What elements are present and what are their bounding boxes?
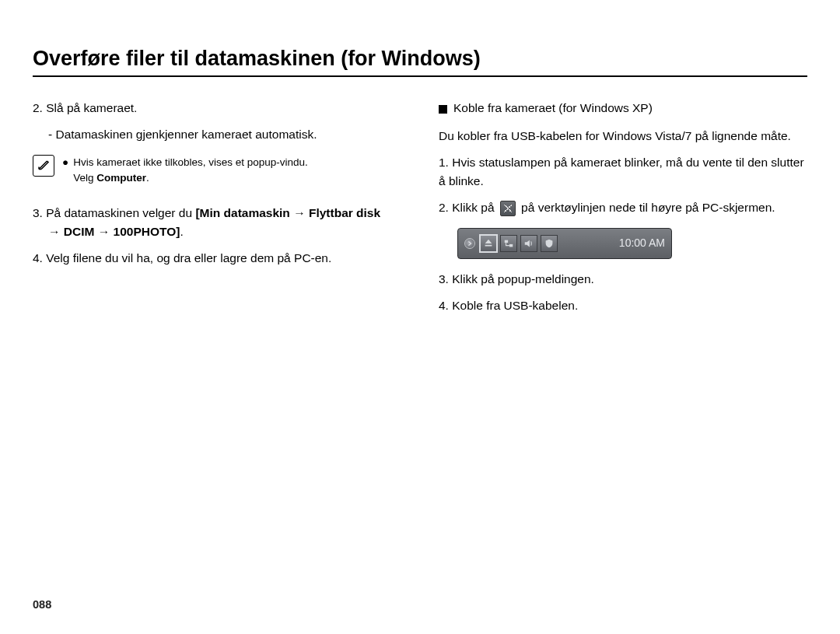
left-step-3-bold1: [Min datamaskin → Flyttbar disk xyxy=(195,206,380,219)
left-step-4: 4. Velg filene du vil ha, og dra eller l… xyxy=(33,249,401,268)
page-title: Overføre filer til datamaskinen (for Win… xyxy=(33,47,807,71)
right-step-2: 2. Klikk på på verktøylinjen nede til hø… xyxy=(439,198,807,217)
right-step-4: 4. Koble fra USB-kabelen. xyxy=(439,296,807,315)
right-step-2-post: på verktøylinjen nede til høyre på PC-sk… xyxy=(518,201,775,214)
tray-eject-icon xyxy=(480,235,497,252)
left-step-3-pre: 3. På datamaskinen velger du xyxy=(33,206,195,219)
system-tray: 10:00 AM xyxy=(457,228,672,259)
tray-shield-icon xyxy=(541,235,558,252)
note-bullet-dot: ● xyxy=(62,155,68,187)
note-body: ● Hvis kameraet ikke tilkobles, vises et… xyxy=(62,155,308,187)
left-step-3-bold2: → DCIM → 100PHOTO] xyxy=(33,225,180,238)
content-columns: 2. Slå på kameraet. - Datamaskinen gjenk… xyxy=(33,99,807,323)
left-step-3-post: . xyxy=(180,225,183,238)
svg-rect-0 xyxy=(505,240,508,243)
right-column: Koble fra kameraet (for Windows XP) Du k… xyxy=(439,99,807,323)
eject-usb-icon xyxy=(500,201,516,216)
note-box: ● Hvis kameraet ikke tilkobles, vises et… xyxy=(33,155,401,187)
right-heading: Koble fra kameraet (for Windows XP) xyxy=(453,99,653,117)
page-number: 088 xyxy=(33,598,51,611)
note-line-2-bold: Computer xyxy=(96,172,146,184)
svg-rect-1 xyxy=(509,244,513,247)
right-section-header: Koble fra kameraet (for Windows XP) xyxy=(439,99,807,117)
note-line-2-pre: Velg xyxy=(73,172,96,184)
tray-clock: 10:00 AM xyxy=(619,235,665,252)
right-intro: Du kobler fra USB-kabelen for Windows Vi… xyxy=(439,127,807,145)
right-step-3: 3. Klikk på popup-meldingen. xyxy=(439,270,807,289)
left-step-2: 2. Slå på kameraet. xyxy=(33,99,401,117)
tray-expand-icon xyxy=(464,238,475,249)
right-step-2-pre: 2. Klikk på xyxy=(439,201,498,214)
title-rule xyxy=(33,75,807,77)
left-column: 2. Slå på kameraet. - Datamaskinen gjenk… xyxy=(33,99,401,323)
tray-volume-icon xyxy=(520,235,537,252)
note-line-1: Hvis kameraet ikke tilkobles, vises et p… xyxy=(73,156,308,168)
left-step-3: 3. På datamaskinen velger du [Min datama… xyxy=(33,204,401,241)
note-line-2-post: . xyxy=(146,172,149,184)
left-step-2-sub: - Datamaskinen gjenkjenner kameraet auto… xyxy=(33,125,401,144)
right-step-1: 1. Hvis statuslampen på kameraet blinker… xyxy=(439,153,807,191)
note-icon xyxy=(33,155,54,177)
tray-network-icon xyxy=(500,235,517,252)
square-bullet-icon xyxy=(439,105,447,114)
